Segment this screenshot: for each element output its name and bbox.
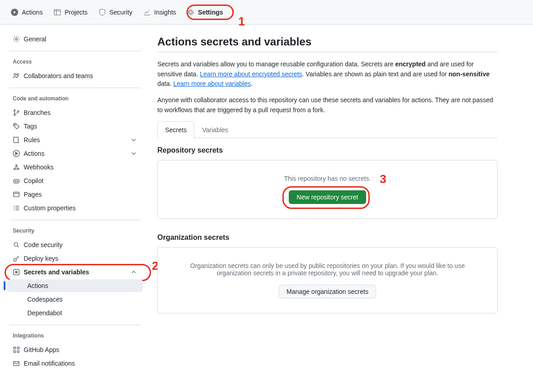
sidebar-code-security-label: Code security — [24, 241, 63, 248]
nav-projects-label: Projects — [65, 9, 88, 16]
mail-icon — [13, 360, 20, 367]
browser-icon — [13, 191, 20, 198]
divider — [9, 220, 141, 220]
shield-icon — [99, 9, 106, 16]
sidebar-item-actions[interactable]: Actions — [7, 147, 143, 160]
page-title: Actions secrets and variables — [157, 35, 498, 48]
title-divider — [157, 52, 498, 52]
sidebar-item-copilot[interactable]: Copilot — [7, 174, 143, 187]
graph-icon — [143, 9, 151, 16]
sidebar-item-branches[interactable]: Branches — [7, 106, 143, 119]
no-secrets-message: This repository has no secrets. — [169, 175, 486, 182]
sidebar-section-access: Access — [4, 55, 146, 69]
link-encrypted-secrets[interactable]: Learn more about encrypted secrets — [200, 70, 302, 78]
webhook-icon — [13, 164, 20, 171]
tab-secrets[interactable]: Secrets — [157, 121, 194, 138]
nav-actions-label: Actions — [22, 9, 43, 16]
top-nav: Actions Projects Security Insights Setti… — [0, 0, 533, 25]
sidebar-sub-actions[interactable]: Actions — [7, 279, 143, 292]
svg-rect-18 — [14, 347, 15, 349]
sidebar-item-custom-properties[interactable]: Custom properties — [7, 202, 143, 214]
play-circle-icon — [13, 150, 20, 157]
chevron-up-icon — [130, 268, 137, 276]
sidebar-webhooks-label: Webhooks — [24, 164, 54, 171]
play-icon — [11, 9, 18, 16]
sidebar-item-webhooks[interactable]: Webhooks — [7, 161, 143, 174]
sidebar-collaborators-label: Collaborators and teams — [24, 72, 93, 79]
sidebar-rules-label: Rules — [24, 136, 40, 144]
sidebar-sub-codespaces[interactable]: Codespaces — [7, 293, 143, 306]
svg-point-0 — [15, 38, 17, 40]
sidebar-item-deploy-keys[interactable]: Deploy keys — [7, 252, 143, 265]
svg-point-1 — [14, 74, 16, 75]
sidebar-section-code: Code and automation — [4, 92, 146, 105]
sidebar-item-pages[interactable]: Pages — [7, 188, 143, 201]
nav-security[interactable]: Security — [95, 6, 136, 19]
gear-icon — [13, 35, 20, 43]
sidebar-pages-label: Pages — [24, 191, 42, 198]
svg-rect-21 — [17, 351, 19, 352]
asterisk-icon — [13, 268, 20, 276]
sidebar-section-integrations: Integrations — [4, 329, 146, 342]
branch-icon — [13, 109, 20, 116]
nav-insights-label: Insights — [154, 9, 176, 16]
manage-organization-secrets-button[interactable]: Manage organization secrets — [279, 285, 376, 298]
main-content: Actions secrets and variables Secrets an… — [150, 25, 523, 378]
apps-icon — [13, 346, 20, 353]
svg-point-13 — [17, 181, 18, 182]
svg-point-4 — [14, 114, 15, 116]
sidebar-section-security: Security — [4, 224, 146, 238]
divider — [9, 88, 141, 88]
people-icon — [13, 72, 20, 79]
table-icon — [54, 9, 61, 16]
gear-icon — [187, 9, 194, 16]
sidebar-item-code-security[interactable]: Code security — [7, 238, 143, 251]
sidebar-actions-label: Actions — [24, 150, 45, 157]
svg-point-5 — [18, 111, 19, 112]
sidebar-github-apps-label: GitHub Apps — [24, 346, 60, 353]
nav-insights[interactable]: Insights — [140, 6, 180, 19]
svg-rect-19 — [17, 347, 19, 349]
sidebar-copilot-label: Copilot — [24, 177, 44, 184]
tab-variables[interactable]: Variables — [194, 121, 236, 138]
nav-actions[interactable]: Actions — [7, 6, 46, 19]
sidebar-item-general[interactable]: General — [7, 33, 143, 45]
chevron-down-icon — [130, 136, 137, 144]
key-icon — [13, 255, 20, 262]
nav-security-label: Security — [110, 9, 133, 16]
nav-projects[interactable]: Projects — [50, 6, 91, 19]
sidebar-deploy-keys-label: Deploy keys — [24, 255, 58, 262]
org-secrets-message: Organization secrets can only be used by… — [182, 262, 473, 277]
sidebar-general-label: General — [24, 35, 46, 43]
sidebar-item-collaborators[interactable]: Collaborators and teams — [7, 69, 143, 82]
nav-settings[interactable]: Settings — [183, 6, 226, 19]
svg-point-2 — [17, 74, 19, 75]
description-1: Secrets and variables allow you to manag… — [157, 60, 498, 89]
sidebar-sub-dependabot[interactable]: Dependabot — [7, 307, 143, 319]
list-icon — [13, 204, 20, 212]
nav-settings-label: Settings — [198, 9, 223, 16]
sidebar-item-tags[interactable]: Tags — [7, 120, 143, 133]
new-repository-secret-button[interactable]: New repository secret — [289, 190, 366, 204]
org-secrets-heading: Organization secrets — [157, 233, 498, 242]
shield-search-icon — [13, 241, 20, 248]
svg-point-3 — [14, 110, 15, 111]
repo-secrets-heading: Repository secrets — [157, 146, 498, 154]
copilot-icon — [13, 177, 20, 184]
sidebar-item-github-apps[interactable]: GitHub Apps — [7, 343, 143, 356]
svg-point-15 — [14, 243, 18, 246]
tag-icon — [13, 123, 20, 130]
svg-point-6 — [15, 124, 15, 125]
sidebar-item-email-notifications[interactable]: Email notifications — [7, 357, 143, 370]
sidebar-item-rules[interactable]: Rules — [7, 134, 143, 146]
divider — [9, 325, 141, 325]
description-2: Anyone with collaborator access to this … — [157, 95, 498, 115]
sidebar-item-secrets-variables[interactable]: Secrets and variables — [7, 266, 143, 278]
svg-rect-14 — [14, 192, 19, 197]
chevron-down-icon — [130, 150, 137, 157]
repo-secrets-panel: This repository has no secrets. New repo… — [157, 160, 498, 219]
book-icon — [13, 136, 20, 144]
link-variables[interactable]: Learn more about variables — [173, 80, 251, 87]
tabs: Secrets Variables — [157, 121, 498, 138]
sidebar-custom-properties-label: Custom properties — [24, 204, 75, 212]
